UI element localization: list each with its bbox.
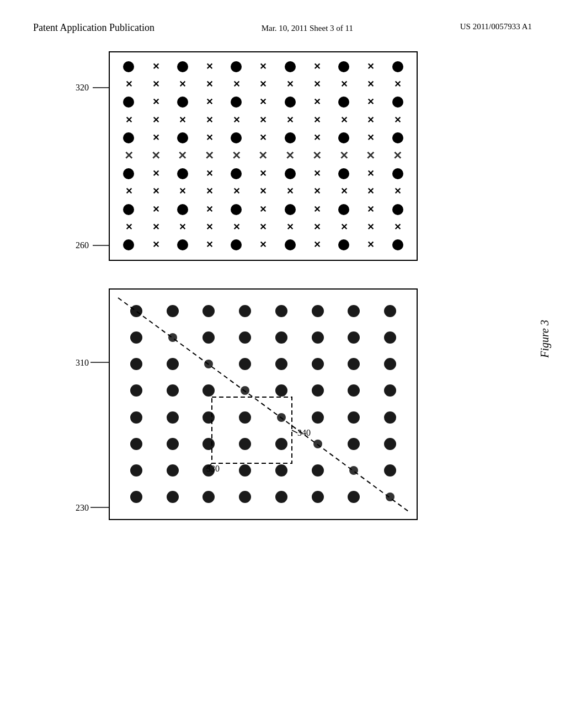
cell-r10c10: ✕ (358, 218, 385, 236)
bd-r5c7 (336, 404, 372, 431)
cell-r2c11: ✕ (384, 76, 411, 93)
bd-r1c7 (336, 298, 372, 324)
cell-r3c5 (223, 93, 250, 111)
cell-r10c8: ✕ (303, 218, 331, 236)
bd-r7c4 (227, 457, 263, 484)
cell-r1c4: ✕ (196, 58, 223, 76)
cell-r3c1 (115, 93, 142, 111)
patent-number: US 2011/0057933 A1 (460, 22, 532, 31)
cell-r10c7: ✕ (276, 218, 303, 236)
top-grid: ✕ ✕ ✕ ✕ ✕ ✕ ✕ ✕ ✕ ✕ ✕ ✕ ✕ ✕ ✕ (110, 52, 417, 260)
cell-r10c5: ✕ (223, 218, 250, 236)
cell-r6c4: ✕ (196, 147, 223, 164)
cell-r2c8: ✕ (303, 76, 331, 93)
cell-r10c6: ✕ (250, 218, 277, 236)
cell-r7c9 (331, 165, 358, 183)
publication-title: Patent Application Publication (33, 22, 154, 34)
bd-r2c7 (336, 324, 372, 351)
bd-r2c1 (118, 324, 154, 351)
cell-r10c1: ✕ (115, 218, 142, 236)
cell-r1c7 (276, 58, 303, 76)
cell-r7c6: ✕ (250, 165, 277, 183)
cell-r9c7 (276, 200, 303, 218)
cell-r8c5: ✕ (223, 183, 250, 200)
bd-r7c1 (118, 457, 154, 484)
cell-r1c10: ✕ (358, 58, 385, 76)
cell-r11c10: ✕ (358, 236, 385, 254)
bd-r2c8 (372, 324, 408, 351)
cell-r9c8: ✕ (303, 200, 331, 218)
bd-r8c7 (336, 484, 372, 510)
cell-r7c10: ✕ (358, 165, 385, 183)
cell-r9c3 (169, 200, 196, 218)
cell-r11c5 (223, 236, 250, 254)
bd-r4c6 (300, 377, 336, 404)
cell-r5c3 (169, 129, 196, 147)
cell-r5c8: ✕ (303, 129, 331, 147)
cell-r3c11 (384, 93, 411, 111)
cell-r11c11 (384, 236, 411, 254)
bd-r8c6 (300, 484, 336, 510)
bottom-diagram-box: 330 340 (109, 288, 418, 520)
bd-r4c1 (118, 377, 154, 404)
cell-r7c7 (276, 165, 303, 183)
bd-r3c1 (118, 351, 154, 377)
bd-r8c2 (154, 484, 191, 510)
bd-r6c5 (263, 431, 300, 457)
page-header: Patent Application Publication Mar. 10, … (0, 0, 565, 46)
cell-r2c6: ✕ (250, 76, 277, 93)
bd-r1c1 (118, 298, 154, 324)
cell-r3c7 (276, 93, 303, 111)
cell-r6c7: ✕ (276, 147, 303, 164)
cell-r6c8: ✕ (303, 147, 331, 164)
cell-r2c10: ✕ (358, 76, 385, 93)
cell-r7c5 (223, 165, 250, 183)
bd-r8c3 (191, 484, 227, 510)
cell-r6c9: ✕ (331, 147, 358, 164)
cell-r2c1: ✕ (115, 76, 142, 93)
cell-r8c2: ✕ (142, 183, 169, 200)
bd-r3c2 (154, 351, 191, 377)
cell-r11c9 (331, 236, 358, 254)
cell-r4c2: ✕ (142, 111, 169, 129)
bd-r8c4 (227, 484, 263, 510)
top-diagram-wrapper: 320 260 ✕ ✕ ✕ ✕ (76, 51, 489, 261)
cell-r7c4: ✕ (196, 165, 223, 183)
cell-r5c10: ✕ (358, 129, 385, 147)
cell-r8c9: ✕ (331, 183, 358, 200)
bd-r3c7 (336, 351, 372, 377)
main-content: 320 260 ✕ ✕ ✕ ✕ (0, 46, 565, 526)
cell-r3c10: ✕ (358, 93, 385, 111)
bd-r7c8 (372, 457, 408, 484)
cell-r5c5 (223, 129, 250, 147)
cell-r11c2: ✕ (142, 236, 169, 254)
sheet-info: Mar. 10, 2011 Sheet 3 of 11 (262, 22, 353, 35)
cell-r6c1: ✕ (115, 147, 142, 164)
cell-r3c6: ✕ (250, 93, 277, 111)
cell-r4c3: ✕ (169, 111, 196, 129)
cell-r4c6: ✕ (250, 111, 277, 129)
cell-r6c10: ✕ (358, 147, 385, 164)
cell-r7c2: ✕ (142, 165, 169, 183)
bd-r2c3 (191, 324, 227, 351)
bd-r2c5 (263, 324, 300, 351)
bd-r3c3 (191, 351, 227, 377)
cell-r3c4: ✕ (196, 93, 223, 111)
cell-r5c2: ✕ (142, 129, 169, 147)
bd-r8c8 (372, 484, 408, 510)
cell-r7c11 (384, 165, 411, 183)
cell-r4c5: ✕ (223, 111, 250, 129)
cell-r4c1: ✕ (115, 111, 142, 129)
cell-r2c7: ✕ (276, 76, 303, 93)
bd-r5c5 (263, 404, 300, 431)
cell-r5c4: ✕ (196, 129, 223, 147)
cell-r8c1: ✕ (115, 183, 142, 200)
cell-r6c6: ✕ (250, 147, 277, 164)
bd-r5c3 (191, 404, 227, 431)
cell-r6c11: ✕ (384, 147, 411, 164)
cell-r1c11 (384, 58, 411, 76)
cell-r7c1 (115, 165, 142, 183)
cell-r1c3 (169, 58, 196, 76)
top-diagram-box: ✕ ✕ ✕ ✕ ✕ ✕ ✕ ✕ ✕ ✕ ✕ ✕ ✕ ✕ ✕ (109, 51, 418, 261)
bd-r5c4 (227, 404, 263, 431)
